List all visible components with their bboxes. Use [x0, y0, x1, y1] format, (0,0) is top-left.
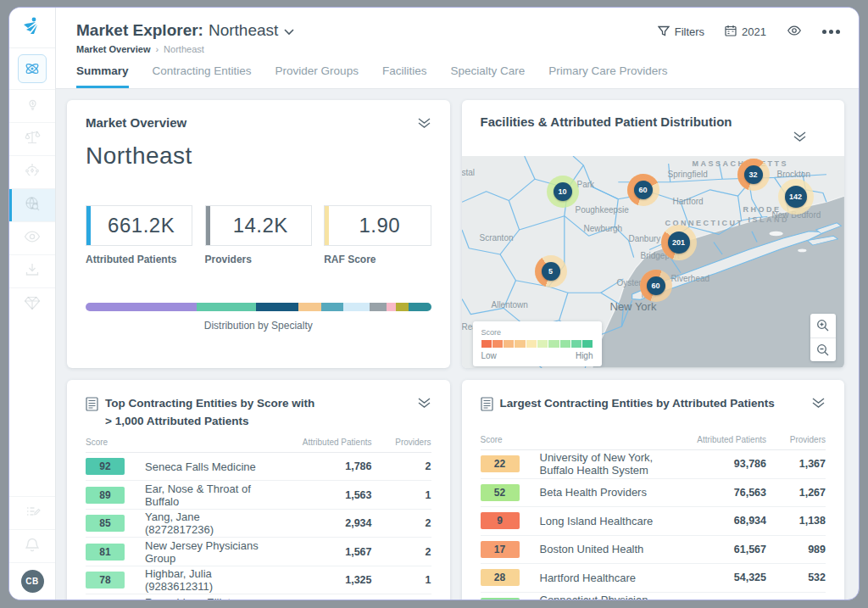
eye-icon — [24, 231, 41, 246]
entity-name: Boston United Health — [540, 543, 665, 555]
app-logo[interactable] — [9, 8, 55, 48]
marker-count: 5 — [542, 262, 560, 281]
sidebar-item-profile[interactable]: CB — [9, 562, 55, 600]
entity-name: Connecticut Physician Group — [540, 594, 665, 600]
providers-value: 1,138 — [766, 515, 826, 527]
marker-count: 142 — [785, 186, 807, 208]
providers-value: 1,367 — [766, 458, 826, 470]
table-row[interactable]: 85 Yang, Jane (8272817236) 2,934 2 — [86, 510, 431, 538]
providers-value: 1 — [372, 574, 431, 586]
attributed-patients-value: 1,325 — [270, 574, 372, 586]
document-list-icon — [481, 397, 493, 415]
facility-cluster-marker[interactable]: 60 — [640, 270, 672, 302]
sidebar-item-premium[interactable] — [9, 287, 55, 321]
sidebar-item-notifications[interactable] — [9, 529, 55, 562]
score-badge: 9 — [481, 512, 520, 529]
sidebar-item-patient-sync[interactable] — [9, 155, 55, 188]
facility-cluster-marker[interactable]: 201 — [661, 225, 697, 260]
attributed-patients-value: 68,934 — [665, 515, 766, 527]
breadcrumb-root[interactable]: Market Overview — [76, 44, 150, 54]
legend-gradient-bar — [481, 340, 593, 348]
zoom-in-button[interactable] — [810, 314, 836, 337]
table-row[interactable]: 28 Hartford Healthcare 54,325 532 — [481, 564, 826, 593]
tab[interactable]: Specialty Care — [450, 64, 525, 88]
distribution-segment[interactable] — [321, 303, 344, 311]
more-options-button[interactable] — [822, 30, 840, 34]
table-row[interactable]: 52 Beta Health Providers 76,563 1,267 — [481, 479, 826, 508]
visibility-button[interactable] — [787, 25, 802, 38]
marker-count: 201 — [668, 231, 690, 254]
sidebar-item-activity-log[interactable] — [9, 496, 55, 529]
entity-name: Beta Health Providers — [540, 486, 665, 499]
marker-count: 10 — [554, 182, 572, 201]
map-canvas[interactable]: MASSACHUSETTSCONNECTICUTRHODEISLANDNEW s… — [462, 156, 845, 368]
map-city-label: Newburgh — [584, 224, 623, 233]
tab-bar: Summary Contracting Entities Provider Gr… — [76, 64, 840, 88]
main-area: Market Explorer: Northeast Filters — [56, 8, 859, 600]
distribution-segment[interactable] — [86, 303, 197, 311]
chevron-down-icon[interactable] — [283, 21, 295, 40]
top-entities-card: Top Contracting Entities by Score with >… — [67, 380, 450, 600]
table-row[interactable]: 81 New Jersey Physicians Group 1,567 2 — [86, 538, 431, 566]
card-collapse-icon[interactable] — [417, 117, 431, 132]
table-row[interactable]: 89 Ear, Nose & Throat of Buffalo 1,563 1 — [86, 481, 431, 510]
stat-block: 14.2K Providers — [205, 205, 312, 265]
table-row[interactable]: 78 Highbar, Julia (9283612311) 1,325 1 — [86, 566, 431, 595]
attributed-patients-value: 54,325 — [665, 572, 766, 583]
tab[interactable]: Facilities — [382, 64, 427, 88]
table-column-headers: Score Attributed Patients Providers — [86, 438, 431, 453]
market-region-name: Northeast — [86, 142, 431, 170]
card-collapse-icon[interactable] — [811, 397, 826, 412]
table-row[interactable]: 92 Seneca Falls Medicine 1,786 2 — [86, 453, 431, 482]
tab[interactable]: Provider Groups — [275, 64, 359, 88]
distribution-segment[interactable] — [343, 303, 369, 311]
year-selector[interactable]: 2021 — [725, 25, 766, 39]
legend-low-label: Low — [481, 351, 497, 360]
map-city-label: Riverhead — [671, 274, 710, 283]
map-city-label: Brockton — [777, 170, 810, 179]
page-title: Market Explorer: Northeast — [76, 21, 295, 40]
facility-cluster-marker[interactable]: 32 — [737, 159, 770, 191]
table-row[interactable]: 17 Boston United Health 61,567 989 — [481, 536, 826, 565]
card-title: Top Contracting Entities by Score with >… — [105, 395, 314, 431]
distribution-segment[interactable] — [396, 303, 409, 311]
card-collapse-icon[interactable] — [417, 397, 431, 412]
providers-value: 989 — [766, 544, 826, 555]
distribution-segment[interactable] — [370, 303, 387, 311]
distribution-segment[interactable] — [387, 303, 396, 311]
table-row[interactable]: 77 Rosenblum, Elliot (8725615331) 2,498 … — [86, 594, 431, 600]
filters-label: Filters — [675, 25, 704, 38]
facility-cluster-marker[interactable]: 10 — [547, 176, 579, 208]
facility-cluster-marker[interactable]: 60 — [627, 174, 659, 206]
providers-value: 2 — [372, 460, 431, 472]
header-actions: Filters 2021 — [658, 25, 840, 39]
entity-name: Rosenblum, Elliot (8725615331) — [145, 596, 270, 600]
sidebar-item-network[interactable] — [9, 48, 55, 89]
zoom-out-button[interactable] — [810, 337, 836, 361]
sidebar-item-market-explorer[interactable] — [9, 188, 55, 221]
facility-cluster-marker[interactable]: 142 — [778, 179, 814, 215]
distribution-segment[interactable] — [197, 303, 256, 311]
distribution-caption: Distribution by Specialty — [86, 320, 431, 332]
map-city-label: stal — [462, 168, 476, 177]
score-badge: 17 — [481, 541, 520, 558]
distribution-segment[interactable] — [256, 303, 298, 311]
map-city-label: Allentown — [492, 300, 528, 310]
sidebar-item-insights[interactable] — [9, 89, 55, 122]
card-collapse-icon[interactable] — [793, 116, 826, 146]
sidebar-item-downloads[interactable] — [9, 254, 55, 287]
sidebar-item-compare[interactable] — [9, 122, 55, 155]
stat-label: Attributed Patients — [86, 254, 192, 265]
facility-cluster-marker[interactable]: 5 — [535, 255, 567, 287]
table-row[interactable]: 22 University of New York, Buffalo Healt… — [481, 450, 826, 479]
sidebar-item-watchlist[interactable] — [9, 221, 55, 254]
tab[interactable]: Primary Care Providers — [548, 64, 667, 88]
distribution-segment[interactable] — [409, 303, 431, 311]
attributed-patients-value: 1,567 — [270, 546, 372, 558]
filters-button[interactable]: Filters — [658, 25, 704, 39]
table-row[interactable]: 62 Connecticut Physician Group 51,498 42… — [481, 593, 826, 601]
table-row[interactable]: 9 Long Island Healthcare 68,934 1,138 — [481, 507, 826, 536]
tab[interactable]: Summary — [76, 64, 129, 88]
distribution-segment[interactable] — [298, 303, 320, 311]
tab[interactable]: Contracting Entities — [153, 64, 252, 88]
